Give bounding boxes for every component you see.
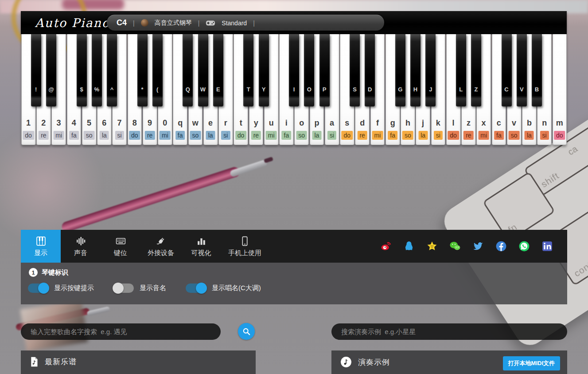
pill-separator: |: [133, 20, 135, 27]
black-key-label: !: [31, 86, 41, 93]
black-key[interactable]: B: [532, 34, 542, 106]
latest-sheets-header: 最新乐谱: [21, 350, 256, 373]
tab-5[interactable]: 可视化: [181, 230, 221, 263]
weibo-icon[interactable]: [380, 240, 392, 252]
keyboard-icon: [115, 235, 126, 247]
keymap-mode[interactable]: Standard: [222, 20, 247, 27]
black-key[interactable]: D: [365, 34, 375, 106]
black-key[interactable]: S: [350, 34, 360, 106]
background-pen2-nib: [86, 306, 110, 316]
black-key[interactable]: O: [304, 34, 314, 106]
black-key[interactable]: W: [198, 34, 208, 106]
white-key-solfege: so: [296, 131, 307, 140]
black-key[interactable]: *: [137, 34, 148, 106]
white-key-solfege: fa: [494, 131, 504, 140]
linkedin-icon[interactable]: [541, 240, 553, 252]
toggle-switch-3[interactable]: [186, 283, 206, 293]
song-search-input[interactable]: [21, 323, 221, 340]
toggle-knob: [113, 283, 124, 294]
black-key-label: H: [410, 86, 421, 93]
status-pill: C4 | 高音立式钢琴 | Standard |: [107, 15, 384, 31]
play-demos-panel: 演奏示例 打开本地MIDI文件: [331, 350, 567, 374]
qzone-icon[interactable]: [426, 240, 438, 252]
twitter-icon[interactable]: [472, 240, 484, 252]
tab-6[interactable]: 手机上使用: [221, 230, 269, 263]
white-key-label: l: [447, 118, 460, 128]
white-key-label: b: [522, 118, 536, 128]
white-key-label: 0: [158, 118, 172, 128]
white-key-label: i: [280, 118, 293, 128]
black-key[interactable]: T: [243, 34, 253, 106]
black-key[interactable]: P: [319, 34, 330, 106]
white-key-label: 3: [52, 118, 66, 128]
white-key-solfege: mi: [266, 131, 277, 140]
black-key[interactable]: @: [46, 34, 56, 106]
white-key-label: a: [325, 118, 339, 128]
piano-icon: [35, 235, 47, 247]
toggle-knob: [196, 283, 207, 294]
app-header: Auto Piano C4 | 高音立式钢琴 | Standard |: [21, 11, 567, 34]
qq-icon[interactable]: [403, 240, 415, 252]
black-key[interactable]: Z: [471, 34, 481, 106]
white-key-label: x: [477, 118, 491, 128]
toggle-switch-2[interactable]: [113, 283, 134, 293]
black-key[interactable]: G: [395, 34, 405, 106]
white-key[interactable]: m do: [553, 34, 567, 145]
black-key[interactable]: E: [213, 34, 223, 106]
white-key-label: 4: [67, 118, 81, 128]
white-key-label: 2: [37, 118, 51, 128]
instrument-name[interactable]: 高音立式钢琴: [155, 19, 192, 27]
white-key-solfege: la: [100, 131, 109, 140]
black-key-label: E: [213, 86, 223, 93]
tab-bar: 显示 声音 键位 外接设备 可视化 手机上使用: [21, 230, 567, 263]
tab-1[interactable]: 显示: [21, 230, 61, 263]
whatsapp-icon[interactable]: [518, 240, 530, 252]
tab-bar-tabs: 显示 声音 键位 外接设备 可视化 手机上使用: [21, 230, 269, 263]
instrument-icon: [141, 19, 148, 27]
white-key-solfege: re: [357, 131, 367, 140]
black-key[interactable]: I: [289, 34, 299, 106]
background-pen-tip: [264, 157, 273, 163]
open-midi-button[interactable]: 打开本地MIDI文件: [503, 356, 560, 370]
white-key-solfege: do: [235, 131, 247, 140]
search-button[interactable]: [238, 323, 255, 340]
toggle-switch-1[interactable]: [28, 283, 48, 293]
black-key[interactable]: ^: [107, 34, 117, 106]
white-key-label: s: [340, 118, 354, 128]
tab-4[interactable]: 外接设备: [140, 230, 181, 263]
black-key-label: O: [304, 86, 314, 93]
demo-search-input[interactable]: [331, 323, 567, 340]
black-key[interactable]: (: [152, 34, 163, 106]
white-key-label: j: [416, 118, 430, 128]
black-key[interactable]: L: [456, 34, 466, 106]
black-key[interactable]: !: [31, 34, 41, 106]
white-key-solfege: si: [327, 131, 336, 140]
white-key-solfege: la: [312, 131, 321, 140]
black-key[interactable]: %: [92, 34, 102, 106]
white-key-label: 7: [113, 118, 126, 128]
white-key-label: d: [355, 118, 369, 128]
white-key-label: 6: [97, 118, 111, 128]
piano-keys: 1 do 2 re 3 mi 4 fa 5 so 6 la 7 si 8 do …: [21, 34, 567, 146]
latest-sheets-panel: 最新乐谱: [21, 350, 256, 374]
facebook-icon[interactable]: [495, 240, 507, 252]
white-key-label: f: [371, 118, 385, 128]
black-key[interactable]: Q: [183, 34, 193, 106]
black-key[interactable]: J: [425, 34, 436, 106]
black-key[interactable]: C: [502, 34, 512, 106]
black-key-label: *: [137, 86, 148, 93]
tab-2[interactable]: 声音: [61, 230, 101, 263]
wechat-icon[interactable]: [449, 240, 461, 252]
toggle-label: 显示唱名(C大调): [212, 284, 261, 292]
black-key[interactable]: V: [517, 34, 527, 106]
white-key-label: e: [204, 118, 218, 128]
black-key[interactable]: Y: [259, 34, 269, 106]
black-key[interactable]: H: [410, 34, 421, 106]
black-key-label: J: [425, 86, 436, 93]
settings-section-header: 1 琴键标识: [29, 268, 68, 277]
white-key-label: y: [249, 118, 263, 128]
tab-3[interactable]: 键位: [101, 230, 140, 263]
smartphone-icon: [239, 235, 251, 247]
black-key-label: $: [77, 86, 87, 93]
black-key[interactable]: $: [77, 34, 87, 106]
